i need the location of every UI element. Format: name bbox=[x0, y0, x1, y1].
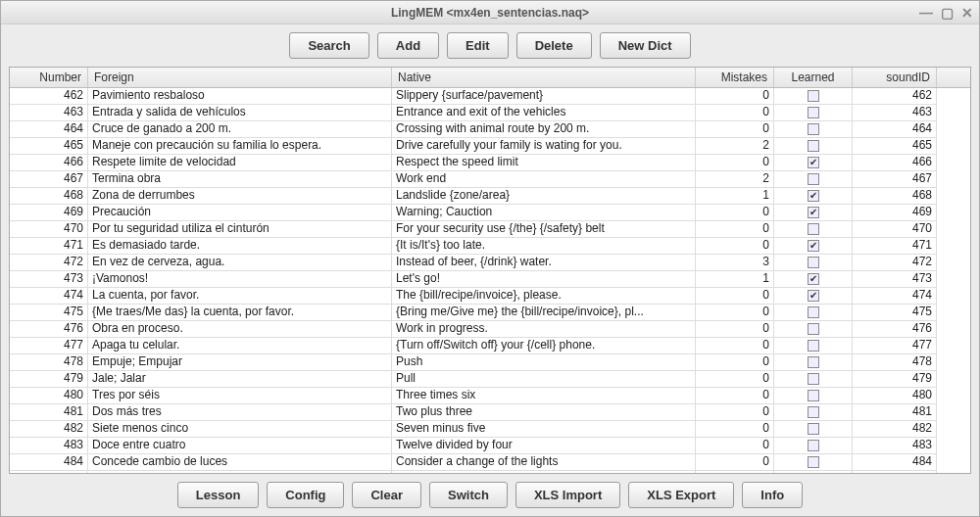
table-row[interactable]: 485Casetta de cobro a 200 m.Payment poin… bbox=[10, 471, 970, 473]
cell-learned bbox=[774, 438, 853, 454]
learned-checkbox[interactable]: ✔ bbox=[808, 240, 819, 252]
data-table: Number Foreign Native Mistakes Learned s… bbox=[9, 67, 971, 474]
learned-checkbox[interactable]: ✔ bbox=[808, 190, 819, 202]
maximize-icon[interactable]: ▢ bbox=[941, 5, 954, 21]
col-header-foreign[interactable]: Foreign bbox=[88, 68, 392, 87]
table-row[interactable]: 472En vez de cerveza, agua.Instead of be… bbox=[10, 255, 970, 271]
newdict-button[interactable]: New Dict bbox=[600, 32, 691, 59]
table-row[interactable]: 483Doce entre cuatroTwelve divided by fo… bbox=[10, 438, 970, 454]
table-row[interactable]: 467Termina obraWork end2467 bbox=[10, 171, 970, 188]
learned-checkbox[interactable] bbox=[808, 356, 819, 368]
learned-checkbox[interactable]: ✔ bbox=[808, 273, 819, 285]
table-row[interactable]: 470Por tu seguridad utiliza el cinturónF… bbox=[10, 221, 970, 238]
cell-soundid: 472 bbox=[853, 255, 937, 271]
cell-learned bbox=[774, 471, 853, 473]
learned-checkbox[interactable] bbox=[808, 223, 819, 235]
cell-number: 472 bbox=[10, 255, 88, 271]
table-row[interactable]: 468Zona de derrumbesLandslide {zone/area… bbox=[10, 188, 970, 205]
table-row[interactable]: 466Respete limite de velocidadRespect th… bbox=[10, 155, 970, 171]
close-icon[interactable]: ✕ bbox=[961, 5, 973, 21]
cell-native: {Bring me/Give me} the {bill/recipe/invo… bbox=[392, 305, 696, 321]
add-button[interactable]: Add bbox=[377, 32, 439, 59]
cell-learned bbox=[774, 121, 853, 138]
cell-foreign: Entrada y salida de vehículos bbox=[88, 105, 392, 121]
learned-checkbox[interactable] bbox=[808, 390, 819, 401]
xlsimport-button[interactable]: XLS Import bbox=[515, 482, 620, 508]
table-row[interactable]: 463Entrada y salida de vehículosEntrance… bbox=[10, 105, 970, 121]
titlebar: LingMEM <mx4en_sentencias.naq> — ▢ ✕ bbox=[1, 1, 979, 24]
table-body[interactable]: 462Pavimiento resbalosoSlippery {surface… bbox=[10, 88, 970, 473]
clear-button[interactable]: Clear bbox=[352, 482, 421, 508]
col-header-learned[interactable]: Learned bbox=[774, 68, 853, 87]
top-toolbar: Search Add Edit Delete New Dict bbox=[1, 24, 979, 67]
xlsexport-button[interactable]: XLS Export bbox=[628, 482, 734, 508]
delete-button[interactable]: Delete bbox=[516, 32, 592, 59]
table-row[interactable]: 482Siete menos cincoSeven minus five0482 bbox=[10, 421, 970, 438]
table-row[interactable]: 462Pavimiento resbalosoSlippery {surface… bbox=[10, 88, 970, 105]
learned-checkbox[interactable] bbox=[808, 123, 819, 135]
search-button[interactable]: Search bbox=[289, 32, 368, 59]
cell-foreign: Por tu seguridad utiliza el cinturón bbox=[88, 221, 392, 238]
learned-checkbox[interactable] bbox=[808, 257, 819, 268]
cell-mistakes: 0 bbox=[696, 288, 774, 305]
table-row[interactable]: 481Dos más tresTwo plus three0481 bbox=[10, 404, 970, 421]
cell-mistakes: 0 bbox=[696, 338, 774, 354]
learned-checkbox[interactable]: ✔ bbox=[808, 157, 819, 168]
cell-number: 466 bbox=[10, 155, 88, 171]
config-button[interactable]: Config bbox=[267, 482, 344, 508]
col-header-mistakes[interactable]: Mistakes bbox=[696, 68, 774, 87]
table-row[interactable]: 477Apaga tu celular.{Turn off/Switch off… bbox=[10, 338, 970, 354]
table-row[interactable]: 464Cruce de ganado a 200 m.Crossing with… bbox=[10, 121, 970, 138]
col-header-soundid[interactable]: soundID bbox=[853, 68, 937, 87]
learned-checkbox[interactable] bbox=[808, 107, 819, 118]
table-row[interactable]: 474La cuenta, por favor.The {bill/recipe… bbox=[10, 288, 970, 305]
cell-learned bbox=[774, 171, 853, 188]
table-row[interactable]: 471Es demasiado tarde.{It is/It's} too l… bbox=[10, 238, 970, 255]
cell-foreign: Tres por séis bbox=[88, 388, 392, 404]
cell-native: Let's go! bbox=[392, 271, 696, 288]
learned-checkbox[interactable] bbox=[808, 373, 819, 385]
table-row[interactable]: 469PrecauciónWarning; Cauction0✔469 bbox=[10, 205, 970, 221]
learned-checkbox[interactable] bbox=[808, 440, 819, 451]
col-header-number[interactable]: Number bbox=[10, 68, 88, 87]
learned-checkbox[interactable] bbox=[808, 306, 819, 318]
learned-checkbox[interactable] bbox=[808, 456, 819, 468]
cell-mistakes: 0 bbox=[696, 454, 774, 471]
bottom-toolbar: Lesson Config Clear Switch XLS Import XL… bbox=[1, 474, 979, 516]
cell-number: 473 bbox=[10, 271, 88, 288]
table-row[interactable]: 476Obra en proceso.Work in progress.0476 bbox=[10, 321, 970, 338]
learned-checkbox[interactable] bbox=[808, 173, 819, 185]
table-row[interactable]: 480Tres por séisThree times six0480 bbox=[10, 388, 970, 404]
cell-soundid: 466 bbox=[853, 155, 937, 171]
learned-checkbox[interactable] bbox=[808, 340, 819, 352]
cell-soundid: 471 bbox=[853, 238, 937, 255]
cell-learned bbox=[774, 221, 853, 238]
table-row[interactable]: 479Jale; JalarPull0479 bbox=[10, 371, 970, 388]
minimize-icon[interactable]: — bbox=[919, 5, 933, 21]
cell-number: 483 bbox=[10, 438, 88, 454]
learned-checkbox[interactable] bbox=[808, 406, 819, 418]
learned-checkbox[interactable] bbox=[808, 90, 819, 102]
cell-foreign: Maneje con precaución su familia lo espe… bbox=[88, 138, 392, 155]
cell-foreign: Precaución bbox=[88, 205, 392, 221]
cell-number: 463 bbox=[10, 105, 88, 121]
learned-checkbox[interactable]: ✔ bbox=[808, 207, 819, 218]
table-row[interactable]: 484Concede cambio de lucesConsider a cha… bbox=[10, 454, 970, 471]
switch-button[interactable]: Switch bbox=[429, 482, 508, 508]
learned-checkbox[interactable] bbox=[808, 323, 819, 335]
col-header-native[interactable]: Native bbox=[392, 68, 696, 87]
table-row[interactable]: 465Maneje con precaución su familia lo e… bbox=[10, 138, 970, 155]
table-row[interactable]: 473¡Vamonos!Let's go!1✔473 bbox=[10, 271, 970, 288]
cell-mistakes: 0 bbox=[696, 371, 774, 388]
table-row[interactable]: 478Empuje; EmpujarPush0478 bbox=[10, 354, 970, 371]
learned-checkbox[interactable] bbox=[808, 140, 819, 152]
cell-number: 471 bbox=[10, 238, 88, 255]
edit-button[interactable]: Edit bbox=[447, 32, 509, 59]
cell-number: 469 bbox=[10, 205, 88, 221]
table-row[interactable]: 475{Me traes/Me das} la cuenta, por favo… bbox=[10, 305, 970, 321]
learned-checkbox[interactable]: ✔ bbox=[808, 290, 819, 302]
lesson-button[interactable]: Lesson bbox=[177, 482, 260, 508]
cell-foreign: Zona de derrumbes bbox=[88, 188, 392, 205]
info-button[interactable]: Info bbox=[742, 482, 803, 508]
learned-checkbox[interactable] bbox=[808, 423, 819, 435]
